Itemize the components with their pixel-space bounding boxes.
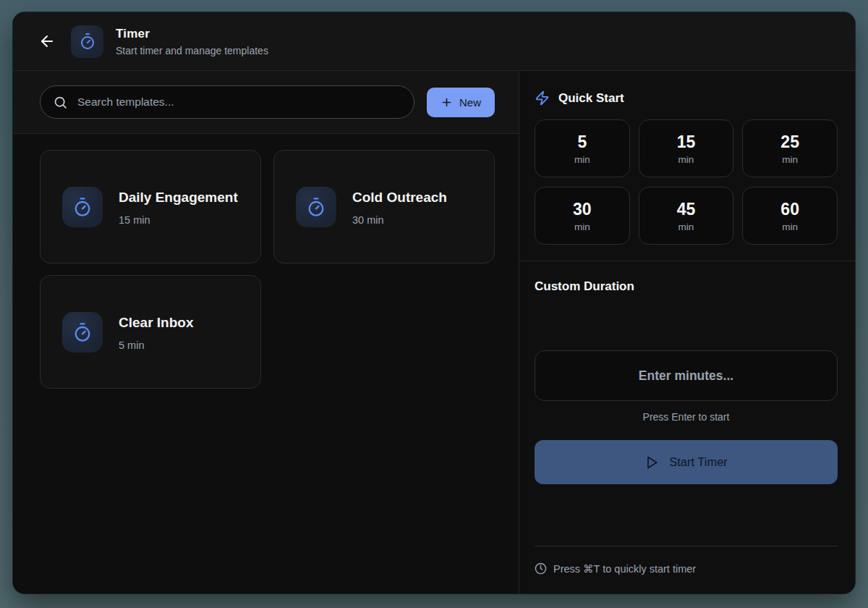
- clock-icon: [535, 562, 547, 575]
- preset-60-min[interactable]: 60 min: [742, 187, 838, 245]
- template-card-daily-engagement[interactable]: Daily Engagement 15 min: [40, 150, 261, 263]
- plus-icon: [441, 96, 453, 109]
- template-grid: Daily Engagement 15 min Cold Outreach 30…: [13, 134, 519, 405]
- template-duration: 5 min: [119, 339, 193, 351]
- timer-icon: [72, 322, 93, 342]
- template-icon-bg: [62, 312, 103, 352]
- preset-30-min[interactable]: 30 min: [535, 187, 630, 245]
- arrow-left-icon: [38, 33, 56, 50]
- enter-hint: Press Enter to start: [535, 411, 838, 423]
- quick-start-title: Quick Start: [558, 91, 624, 106]
- template-duration: 30 min: [352, 214, 447, 226]
- preset-value: 30: [573, 200, 592, 219]
- search-input-wrapper[interactable]: [40, 85, 414, 119]
- timer-icon: [306, 197, 326, 217]
- start-timer-button[interactable]: Start Timer: [535, 440, 838, 484]
- zap-icon: [535, 90, 550, 106]
- template-name: Cold Outreach: [352, 187, 447, 208]
- play-icon: [644, 455, 659, 470]
- timer-icon: [72, 197, 93, 217]
- template-icon-bg: [296, 187, 336, 227]
- search-input[interactable]: [77, 96, 401, 109]
- template-card-cold-outreach[interactable]: Cold Outreach 30 min: [273, 150, 495, 263]
- preset-value: 25: [780, 132, 799, 152]
- template-card-clear-inbox[interactable]: Clear Inbox 5 min: [40, 275, 261, 389]
- preset-unit: min: [782, 221, 798, 232]
- custom-duration-title: Custom Duration: [535, 279, 838, 294]
- timer-window: Timer Start timer and manage templates N…: [13, 12, 855, 594]
- preset-value: 15: [677, 132, 696, 152]
- start-timer-label: Start Timer: [669, 455, 728, 469]
- page-subtitle: Start timer and manage templates: [116, 45, 268, 56]
- preset-15-min[interactable]: 15 min: [639, 119, 734, 177]
- preset-unit: min: [574, 221, 590, 232]
- preset-grid: 5 min 15 min 25 min 30 min: [535, 119, 838, 245]
- templates-panel: New Daily Engagement 15 min: [13, 71, 519, 594]
- template-name: Daily Engagement: [119, 187, 238, 208]
- back-button[interactable]: [37, 31, 57, 51]
- new-template-button[interactable]: New: [427, 88, 495, 117]
- template-icon-bg: [62, 187, 103, 227]
- template-name: Clear Inbox: [119, 313, 193, 333]
- quick-start-panel: Quick Start 5 min 15 min 25 min: [519, 71, 855, 594]
- window-header: Timer Start timer and manage templates: [13, 12, 855, 71]
- shortcut-footer: Press ⌘T to quickly start timer: [535, 546, 838, 575]
- preset-unit: min: [782, 154, 798, 165]
- search-icon: [53, 95, 68, 110]
- shortcut-hint-text: Press ⌘T to quickly start timer: [553, 563, 696, 575]
- template-duration: 15 min: [119, 214, 238, 226]
- page-title: Timer: [116, 27, 268, 41]
- preset-value: 5: [577, 132, 587, 152]
- preset-unit: min: [678, 221, 694, 232]
- search-toolbar: New: [13, 71, 519, 134]
- preset-25-min[interactable]: 25 min: [742, 119, 838, 177]
- preset-value: 60: [780, 200, 799, 219]
- preset-unit: min: [574, 154, 590, 165]
- preset-5-min[interactable]: 5 min: [535, 119, 630, 177]
- timer-app-icon: [71, 25, 103, 58]
- preset-unit: min: [678, 154, 694, 165]
- preset-value: 45: [677, 200, 696, 219]
- minutes-input[interactable]: [535, 350, 838, 401]
- custom-duration-section: Custom Duration Press Enter to start Sta…: [519, 261, 855, 594]
- timer-icon: [79, 33, 96, 50]
- new-button-label: New: [459, 96, 481, 109]
- preset-45-min[interactable]: 45 min: [639, 187, 734, 245]
